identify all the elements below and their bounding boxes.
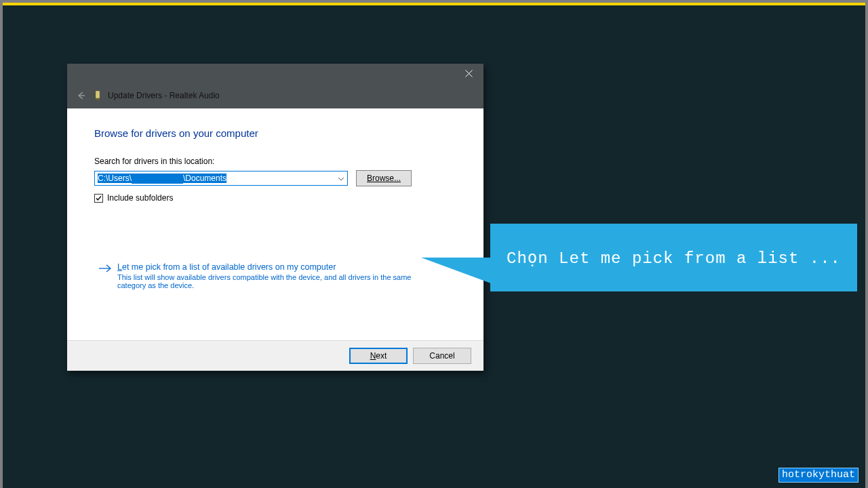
include-subfolders-checkbox[interactable] xyxy=(94,194,103,203)
path-combobox[interactable]: C:\Users\\Documents xyxy=(94,171,348,186)
let-me-pick-title: Let me pick from a list of available dri… xyxy=(117,262,436,272)
update-drivers-dialog: Update Drivers - Realtek Audio Browse fo… xyxy=(67,64,484,371)
path-value-prefix: C:\Users\ xyxy=(98,174,132,183)
watermark-badge: hotrokythuat xyxy=(778,468,859,483)
back-button[interactable] xyxy=(71,90,90,101)
next-button[interactable]: Next xyxy=(349,348,408,364)
dialog-titlebar xyxy=(67,64,484,83)
back-arrow-icon xyxy=(75,90,86,101)
dialog-title: Update Drivers - Realtek Audio xyxy=(108,91,220,100)
check-icon xyxy=(95,195,102,202)
callout-bubble: Chọn Let me pick from a list ... xyxy=(490,224,857,291)
callout-tail xyxy=(421,258,491,283)
dialog-footer: Next Cancel xyxy=(67,340,484,371)
arrow-right-icon xyxy=(98,262,111,273)
let-me-pick-link[interactable]: Let me pick from a list of available dri… xyxy=(94,262,456,289)
include-subfolders-label: Include subfolders xyxy=(107,193,173,203)
path-value-redacted xyxy=(132,174,183,184)
let-me-pick-desc: This list will show available drivers co… xyxy=(117,273,436,289)
cancel-button[interactable]: Cancel xyxy=(413,348,471,364)
callout-text: Chọn Let me pick from a list ... xyxy=(507,248,841,268)
path-value-suffix: \Documents xyxy=(183,174,226,183)
device-icon xyxy=(93,91,102,100)
close-icon xyxy=(465,70,473,77)
slide-background: Update Drivers - Realtek Audio Browse fo… xyxy=(3,3,865,488)
heading: Browse for drivers on your computer xyxy=(94,127,456,139)
svg-rect-3 xyxy=(96,91,100,98)
dialog-header: Update Drivers - Realtek Audio xyxy=(67,83,484,108)
chevron-down-icon[interactable] xyxy=(335,174,347,183)
close-button[interactable] xyxy=(454,64,484,83)
dialog-content: Browse for drivers on your computer Sear… xyxy=(67,108,484,340)
browse-button[interactable]: Browse... xyxy=(356,170,412,186)
search-label: Search for drivers in this location: xyxy=(94,157,456,166)
